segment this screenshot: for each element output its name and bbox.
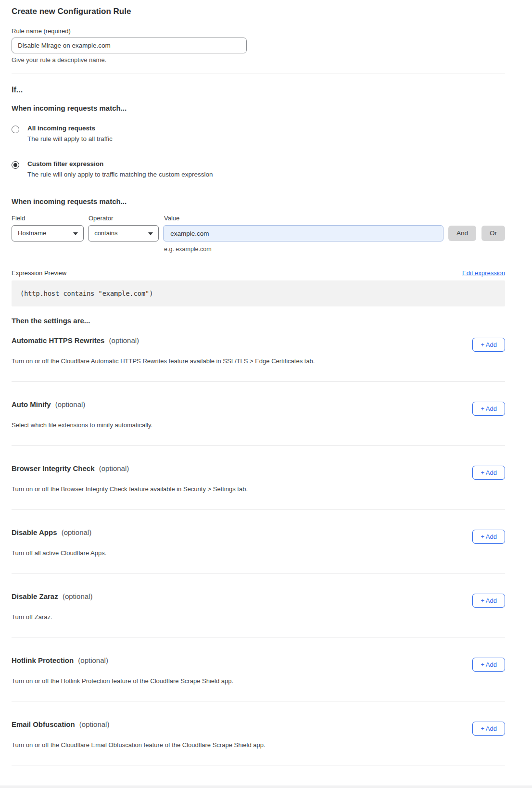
setting-name: Hotlink Protection <box>12 656 74 664</box>
add-button[interactable]: + Add <box>472 530 505 544</box>
setting-section: Hotlink Protection (optional) + Add Turn… <box>12 656 505 701</box>
if-heading: If... <box>12 85 505 94</box>
expression-code: (http.host contains "example.com") <box>12 280 505 306</box>
field-label: Field <box>12 215 89 222</box>
expression-preview-label: Expression Preview <box>12 269 66 277</box>
radio-option-all-incoming-requests[interactable]: All incoming requests The rule will appl… <box>12 124 505 143</box>
setting-optional-label: (optional) <box>61 592 93 600</box>
setting-optional-label: (optional) <box>107 336 139 344</box>
setting-description: Turn on or off the Cloudflare Automatic … <box>12 357 505 365</box>
section-divider <box>12 637 505 637</box>
setting-section: Auto Minify (optional) + Add Select whic… <box>12 400 505 445</box>
operator-select-value: contains <box>94 229 117 237</box>
add-button[interactable]: + Add <box>472 722 505 736</box>
radio-option-custom-filter-expression[interactable]: Custom filter expression The rule will o… <box>12 160 505 178</box>
rule-name-label: Rule name (required) <box>12 27 505 35</box>
field-select-value: Hostname <box>18 229 46 237</box>
settings-list: Automatic HTTPS Rewrites (optional) + Ad… <box>12 336 505 788</box>
section-divider <box>12 701 505 701</box>
chevron-down-icon <box>73 232 78 235</box>
radio-description: The rule will apply to all traffic <box>27 135 113 143</box>
setting-optional-label: (optional) <box>59 528 91 536</box>
operator-select[interactable]: contains <box>88 225 159 241</box>
and-button[interactable]: And <box>448 226 476 241</box>
bottom-bar <box>0 786 532 788</box>
setting-section: Browser Integrity Check (optional) + Add… <box>12 464 505 509</box>
section-divider <box>12 74 505 74</box>
edit-expression-link[interactable]: Edit expression <box>462 269 505 277</box>
radio-label: Custom filter expression <box>27 160 213 168</box>
section-divider <box>12 445 505 445</box>
section-divider <box>12 765 505 765</box>
setting-name: Disable Zaraz <box>12 592 58 600</box>
operator-label: Operator <box>89 215 164 222</box>
radio-label: All incoming requests <box>27 124 113 132</box>
setting-description: Turn on or off the Hotlink Protection fe… <box>12 677 505 685</box>
value-input[interactable] <box>163 225 443 241</box>
or-button[interactable]: Or <box>481 226 505 241</box>
match-heading: When incoming requests match... <box>12 104 505 113</box>
then-settings-heading: Then the settings are... <box>12 317 505 325</box>
setting-section: Email Obfuscation (optional) + Add Turn … <box>12 720 505 765</box>
field-select[interactable]: Hostname <box>12 225 84 241</box>
setting-description: Turn off Zaraz. <box>12 613 505 621</box>
section-divider <box>12 381 505 381</box>
setting-name: Auto Minify <box>12 400 51 408</box>
setting-description: Turn on or off the Cloudflare Email Obfu… <box>12 741 505 749</box>
radio-icon[interactable] <box>12 161 19 169</box>
add-button[interactable]: + Add <box>472 466 505 480</box>
radio-icon[interactable] <box>12 126 19 133</box>
create-rule-form: Create new Configuration Rule Rule name … <box>0 7 532 788</box>
filter-match-heading: When incoming requests match... <box>12 197 505 206</box>
add-button[interactable]: + Add <box>472 402 505 416</box>
radio-description: The rule will only apply to traffic matc… <box>27 170 213 178</box>
setting-name: Browser Integrity Check <box>12 464 95 472</box>
setting-description: Turn on or off the Browser Integrity Che… <box>12 485 505 493</box>
chevron-down-icon <box>148 232 153 235</box>
filter-controls-row: Hostname contains And Or <box>12 225 505 241</box>
rule-name-input[interactable] <box>12 38 247 53</box>
section-divider <box>12 573 505 573</box>
expression-preview-row: Expression Preview Edit expression <box>12 269 505 277</box>
setting-section: Disable Apps (optional) + Add Turn off a… <box>12 528 505 573</box>
setting-name: Email Obfuscation <box>12 720 75 728</box>
setting-optional-label: (optional) <box>97 464 129 472</box>
value-help: e.g. example.com <box>164 245 505 253</box>
add-button[interactable]: + Add <box>472 338 505 352</box>
section-divider <box>12 509 505 509</box>
setting-name: Disable Apps <box>12 528 57 536</box>
setting-optional-label: (optional) <box>76 656 108 664</box>
add-button[interactable]: + Add <box>472 658 505 672</box>
rule-name-help: Give your rule a descriptive name. <box>12 56 505 64</box>
setting-description: Select which file extensions to minify a… <box>12 421 505 429</box>
setting-description: Turn off all active Cloudflare Apps. <box>12 549 505 557</box>
setting-section: Disable Zaraz (optional) + Add Turn off … <box>12 592 505 637</box>
value-label: Value <box>164 215 179 222</box>
setting-optional-label: (optional) <box>53 400 86 408</box>
add-button[interactable]: + Add <box>472 594 505 608</box>
setting-section: Automatic HTTPS Rewrites (optional) + Ad… <box>12 336 505 381</box>
setting-name: Automatic HTTPS Rewrites <box>12 336 104 344</box>
setting-optional-label: (optional) <box>77 720 110 728</box>
page-title: Create new Configuration Rule <box>12 7 505 16</box>
filter-labels-row: Field Operator Value <box>12 215 505 222</box>
